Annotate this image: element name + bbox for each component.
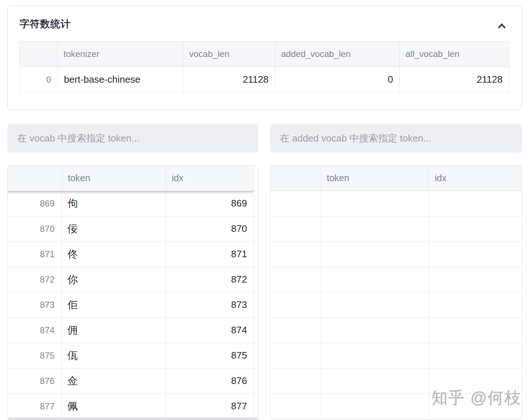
scrollbar-gutter [254, 343, 258, 368]
cell-idx: 871 [166, 241, 254, 267]
stats-col-header-all-vocab-len: all_vocab_len [400, 42, 509, 67]
vocab-table-row: 873 佢 873 [8, 292, 258, 317]
vocab-table-row: 877 佩 877 [8, 394, 258, 419]
cell-idx [429, 394, 522, 419]
cell-token: 佣 [62, 317, 166, 343]
collapse-button[interactable] [496, 20, 508, 32]
cell-token: 你 [62, 267, 166, 292]
vocab-table[interactable]: token idx 869 佝 869 870 佞 870 [7, 165, 258, 420]
vocab-col-header-idx: idx [166, 166, 254, 191]
added-vocab-table-row [270, 394, 522, 419]
cell-idx [429, 317, 522, 343]
row-index: 871 [8, 241, 62, 267]
added-vocab-col-header-idx: idx [429, 166, 522, 191]
added-vocab-table-row [270, 317, 522, 343]
cell-token [321, 394, 429, 419]
horizontal-scrollbar[interactable] [8, 417, 258, 420]
vocab-table-grid: token idx 869 佝 869 870 佞 870 [8, 166, 258, 419]
row-index: 876 [8, 368, 62, 394]
row-index [270, 191, 321, 216]
row-index [270, 292, 321, 317]
vocab-table-row: 876 佥 876 [8, 368, 258, 394]
cell-added-vocab-len: 0 [275, 67, 400, 93]
stats-expander: 字符数统计 tokenizer vocab_len added_vocab_le… [7, 5, 522, 110]
scrollbar-gutter [254, 368, 258, 394]
cell-token: 佢 [62, 292, 166, 317]
cell-token: 佤 [62, 343, 166, 368]
stats-col-header-added-vocab-len: added_vocab_len [275, 42, 400, 67]
added-vocab-table[interactable]: token idx [270, 165, 522, 420]
vocab-table-row: 872 你 872 [8, 267, 258, 292]
cell-token: 佞 [62, 216, 166, 241]
scrollbar-gutter [254, 267, 258, 292]
cell-idx: 874 [166, 317, 254, 343]
added-vocab-table-row [270, 216, 522, 241]
added-vocab-col-header-index [270, 166, 321, 191]
vocab-table-row: 875 佤 875 [8, 343, 258, 368]
vocab-header-row: token idx [8, 166, 258, 191]
cell-tokenizer: bert-base-chinese [58, 67, 183, 93]
scrollbar-gutter [254, 292, 258, 317]
scrollbar-gutter [254, 166, 258, 191]
added-vocab-header-row: token idx [270, 166, 522, 191]
cell-idx [429, 267, 522, 292]
row-index: 869 [8, 191, 62, 216]
vocab-table-row: 871 佟 871 [8, 241, 258, 267]
added-vocab-table-row [270, 368, 522, 394]
cell-idx: 873 [166, 292, 254, 317]
cell-idx: 875 [166, 343, 254, 368]
row-index [270, 241, 321, 267]
stats-col-header-tokenizer: tokenizer [58, 42, 183, 67]
row-index: 875 [8, 343, 62, 368]
cell-all-vocab-len: 21128 [400, 67, 509, 93]
added-vocab-table-row [270, 191, 522, 216]
cell-idx [429, 343, 522, 368]
vocab-col-header-index [8, 166, 62, 191]
row-index: 874 [8, 317, 62, 343]
row-index [270, 394, 321, 419]
cell-idx: 872 [166, 267, 254, 292]
cell-token [321, 317, 429, 343]
row-index [270, 267, 321, 292]
row-index [270, 343, 321, 368]
vocab-search-input[interactable] [7, 124, 258, 152]
row-index [270, 317, 321, 343]
panel-title: 字符数统计 [19, 17, 71, 30]
scrollbar-gutter [254, 317, 258, 343]
cell-token: 佥 [62, 368, 166, 394]
added-vocab-table-row [270, 267, 522, 292]
cell-token [321, 343, 429, 368]
cell-token [321, 241, 429, 267]
stats-col-header-vocab-len: vocab_len [183, 42, 275, 67]
scrollbar-gutter [254, 216, 258, 241]
scrollbar-gutter [254, 191, 258, 216]
cell-idx [429, 292, 522, 317]
cell-idx [429, 368, 522, 394]
added-vocab-table-row [270, 343, 522, 368]
vocab-table-row: 869 佝 869 [8, 191, 258, 216]
row-index [270, 368, 321, 394]
added-vocab-search-input[interactable] [270, 124, 522, 152]
cell-token: 佟 [62, 241, 166, 267]
cell-token [321, 216, 429, 241]
cell-token [321, 191, 429, 216]
cell-token [321, 267, 429, 292]
row-index [270, 216, 321, 241]
cell-idx: 876 [166, 368, 254, 394]
cell-idx: 870 [166, 216, 254, 241]
stats-table-row: 0 bert-base-chinese 21128 0 21128 [20, 67, 509, 93]
scrollbar-gutter [254, 241, 258, 267]
row-index: 872 [8, 267, 62, 292]
cell-vocab-len: 21128 [183, 67, 275, 93]
stats-header-row: tokenizer vocab_len added_vocab_len all_… [20, 42, 509, 67]
cell-idx [429, 216, 522, 241]
added-vocab-table-row [270, 292, 522, 317]
cell-idx [429, 241, 522, 267]
added-vocab-table-row [270, 241, 522, 267]
row-index: 870 [8, 216, 62, 241]
cell-token: 佩 [62, 394, 166, 419]
row-index: 0 [20, 67, 58, 93]
stats-col-header-index [20, 42, 58, 67]
vocab-col-header-token: token [62, 166, 166, 191]
cell-idx: 869 [166, 191, 254, 216]
